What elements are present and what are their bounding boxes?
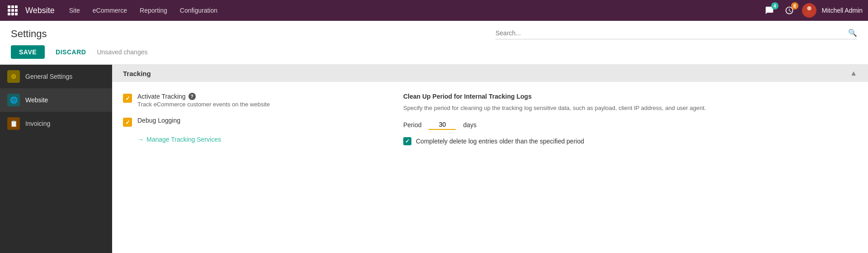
- period-input-wrapper: [429, 120, 456, 130]
- sidebar-item-general[interactable]: ⚙ General Settings: [0, 65, 112, 88]
- main-content: ⚙ General Settings 🌐 Website 📋 Invoicing: [0, 65, 868, 253]
- tracking-section-header: Tracking ▲: [112, 65, 868, 82]
- avatar[interactable]: [802, 3, 816, 18]
- debug-logging-checkbox[interactable]: [123, 118, 132, 127]
- page-title: Settings: [11, 28, 47, 40]
- top-navigation: Website Site eCommerce Reporting Configu…: [0, 0, 868, 21]
- activate-tracking-text: Activate Tracking ? Track eCommerce cust…: [137, 93, 270, 108]
- settings-title-row: Settings 🔍: [11, 28, 857, 40]
- sidebar-item-label-website: Website: [25, 96, 48, 104]
- avatar-image: [803, 4, 816, 17]
- manage-tracking-link[interactable]: → Manage Tracking Services: [137, 136, 376, 143]
- period-input[interactable]: [429, 120, 456, 130]
- toolbar-row: SAVE DISCARD Unsaved changes: [11, 45, 857, 64]
- sidebar-item-label-invoicing: Invoicing: [25, 120, 50, 127]
- apps-button[interactable]: [5, 3, 20, 18]
- activate-tracking-description: Track eCommerce customer events on the w…: [137, 101, 270, 108]
- chat-badge: 4: [771, 2, 778, 10]
- apps-grid-icon: [8, 5, 18, 15]
- scroll-up-icon[interactable]: ▲: [850, 69, 857, 77]
- nav-right: 4 8 Mitchell Admin: [762, 3, 863, 18]
- settings-panel: Tracking ▲ Activate Tracking ? Tr: [112, 65, 868, 253]
- period-label: Period: [403, 121, 421, 129]
- tracking-right-col: Clean Up Period for Internal Tracking Lo…: [403, 93, 857, 145]
- activate-tracking-item: Activate Tracking ? Track eCommerce cust…: [123, 93, 376, 108]
- user-name[interactable]: Mitchell Admin: [822, 7, 863, 14]
- page-wrapper: Settings 🔍 SAVE DISCARD Unsaved changes …: [0, 21, 868, 253]
- unsaved-changes-text: Unsaved changes: [97, 48, 147, 56]
- manage-tracking-label: Manage Tracking Services: [146, 136, 221, 143]
- nav-link-ecommerce[interactable]: eCommerce: [87, 4, 132, 17]
- nav-link-reporting[interactable]: Reporting: [134, 4, 173, 17]
- clock-badge: 8: [791, 2, 798, 10]
- search-icon: 🔍: [848, 29, 857, 37]
- activate-tracking-checkbox[interactable]: [123, 94, 132, 103]
- delete-log-checkbox[interactable]: [403, 137, 411, 145]
- brand-name[interactable]: Website: [25, 6, 55, 15]
- cleanup-description: Specify the period for cleaning up the t…: [403, 104, 857, 113]
- delete-log-row: Completely delete log entries older than…: [403, 137, 857, 145]
- delete-log-text: Completely delete log entries older than…: [416, 138, 584, 145]
- website-icon-symbol: 🌐: [10, 96, 18, 104]
- globe-icon: 🌐: [7, 94, 20, 106]
- nav-link-site[interactable]: Site: [64, 4, 85, 17]
- tracking-left-col: Activate Tracking ? Track eCommerce cust…: [123, 93, 376, 145]
- invoicing-icon-symbol: 📋: [10, 120, 18, 127]
- sidebar-item-invoicing[interactable]: 📋 Invoicing: [0, 112, 112, 135]
- sidebar: ⚙ General Settings 🌐 Website 📋 Invoicing: [0, 65, 112, 253]
- period-days-label: days: [463, 121, 476, 129]
- gear-icon: ⚙: [7, 70, 20, 83]
- nav-links: Site eCommerce Reporting Configuration: [64, 4, 223, 17]
- discard-button[interactable]: DISCARD: [50, 45, 91, 59]
- activate-tracking-label: Activate Tracking: [137, 93, 186, 100]
- debug-logging-text: Debug Logging: [137, 117, 180, 124]
- search-container: 🔍: [495, 29, 857, 39]
- debug-logging-item: Debug Logging: [123, 117, 376, 127]
- period-row: Period days: [403, 120, 857, 130]
- activate-tracking-help-icon[interactable]: ?: [189, 93, 196, 100]
- sidebar-item-website[interactable]: 🌐 Website: [0, 88, 112, 112]
- nav-left: Website Site eCommerce Reporting Configu…: [5, 3, 762, 18]
- clock-button[interactable]: 8: [782, 3, 797, 18]
- tracking-section-body: Activate Tracking ? Track eCommerce cust…: [112, 82, 868, 156]
- search-input[interactable]: [495, 29, 848, 37]
- save-button[interactable]: SAVE: [11, 45, 45, 59]
- cleanup-title: Clean Up Period for Internal Tracking Lo…: [403, 93, 857, 100]
- settings-header: Settings 🔍 SAVE DISCARD Unsaved changes: [0, 21, 868, 65]
- nav-link-configuration[interactable]: Configuration: [175, 4, 223, 17]
- arrow-right-icon: →: [137, 136, 144, 143]
- invoice-icon: 📋: [7, 117, 20, 130]
- svg-point-0: [807, 6, 811, 10]
- debug-logging-label: Debug Logging: [137, 117, 180, 124]
- tracking-section-title: Tracking: [123, 70, 151, 77]
- general-settings-icon-symbol: ⚙: [11, 73, 17, 80]
- chat-button[interactable]: 4: [762, 3, 777, 18]
- sidebar-item-label-general: General Settings: [25, 73, 72, 80]
